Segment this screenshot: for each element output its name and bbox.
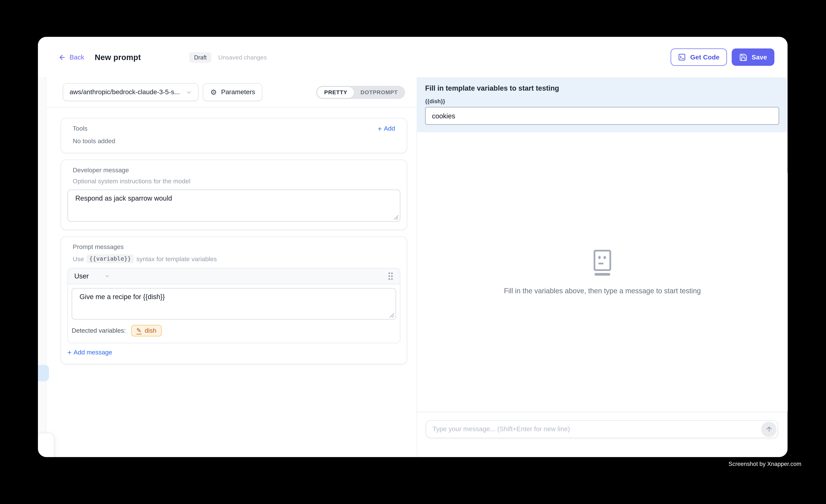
tools-label: Tools [73,125,87,132]
sidebar-popup-fragment [38,433,54,457]
drag-handle-icon[interactable] [388,272,394,281]
message-block: User G [67,268,400,343]
message-body: Give me a recipe for {{dish}} [68,284,400,320]
message-header: User [68,268,400,284]
add-message-label: Add message [74,349,112,356]
chevron-down-icon [186,89,192,95]
message-textarea[interactable]: Give me a recipe for {{dish}} [72,288,396,320]
header-actions: Get Code Save [671,48,774,66]
variable-syntax-chip: {{variable}} [86,254,134,263]
role-value: User [74,272,89,280]
tools-empty-text: No tools added [73,137,395,145]
parameters-label: Parameters [221,88,255,96]
page-title: New prompt [95,53,141,62]
watermark-text: Screenshot by Xnapper.com [728,461,802,467]
save-button[interactable]: Save [731,48,774,66]
chat-empty-state: Fill in the variables above, then type a… [417,132,787,412]
toggle-pretty[interactable]: PRETTY [317,87,354,98]
variable-value-input[interactable] [425,107,779,125]
add-message-button[interactable]: + Add message [67,349,400,356]
chevron-down-icon [105,273,110,279]
chat-input-area [417,412,787,457]
developer-message-label: Developer message [73,167,395,174]
test-panel: Fill in template variables to start test… [417,77,787,457]
template-variables-section: Fill in template variables to start test… [417,77,787,132]
detected-variables-label: Detected variables: [72,327,126,334]
model-selector-value: aws/anthropic/bedrock-claude-3-5-s... [69,88,180,96]
stage: Back New prompt Draft Unsaved changes Ge… [0,0,826,504]
save-icon [739,53,747,61]
prompt-messages-label: Prompt messages [73,243,395,251]
plus-icon: + [67,349,71,356]
hint-suffix: syntax for template variables [136,255,217,262]
empty-state-text: Fill in the variables above, then type a… [504,287,701,295]
add-tool-label: Add [384,125,395,132]
terminal-icon [678,53,686,61]
prompt-messages-hint: Use {{variable}} syntax for template var… [73,254,395,263]
detected-variables-row: Detected variables: ✎ dish [68,320,400,342]
bot-face-icon [592,249,613,276]
app-window: Back New prompt Draft Unsaved changes Ge… [38,37,787,457]
hint-prefix: Use [73,255,84,262]
plus-icon: + [378,125,381,132]
variable-badge-dish[interactable]: ✎ dish [131,325,162,336]
add-tool-button[interactable]: + Add [378,125,395,132]
pencil-icon: ✎ [136,327,141,334]
resize-grip-icon[interactable] [389,313,395,318]
developer-message-card: Developer message Optional system instru… [61,160,407,230]
arrow-up-icon [765,425,772,433]
arrow-left-icon [58,54,66,61]
save-label: Save [752,54,767,61]
back-label: Back [69,54,84,61]
developer-message-textarea[interactable]: Respond as jack sparrow would [67,190,400,222]
view-mode-toggle: PRETTY DOTPROMPT [316,85,405,99]
variable-badge-label: dish [145,327,156,334]
editor-content: Tools + Add No tools added [46,107,417,457]
header: Back New prompt Draft Unsaved changes Ge… [38,37,787,77]
window-body: aws/anthropic/bedrock-claude-3-5-s... ⚙︎… [38,77,787,457]
unsaved-changes-text: Unsaved changes [218,54,267,60]
send-button[interactable] [761,422,776,437]
chat-message-input[interactable] [426,420,778,438]
get-code-label: Get Code [690,54,719,61]
resize-grip-icon[interactable] [394,215,399,220]
gear-icon: ⚙︎ [210,88,217,96]
back-button[interactable]: Back [58,54,84,61]
get-code-button[interactable]: Get Code [671,48,727,66]
status-badge: Draft [189,52,212,62]
template-variables-title: Fill in template variables to start test… [425,84,779,92]
developer-message-subtitle: Optional system instructions for the mod… [73,178,395,185]
prompt-messages-card: Prompt messages Use {{variable}} syntax … [61,237,407,364]
tools-card: Tools + Add No tools added [61,118,407,153]
role-selector[interactable]: User [74,272,110,280]
variable-name-label: {{dish}} [425,98,779,104]
parameters-button[interactable]: ⚙︎ Parameters [203,83,262,101]
model-selector[interactable]: aws/anthropic/bedrock-claude-3-5-s... [63,83,198,101]
prompt-editor-panel: aws/anthropic/bedrock-claude-3-5-s... ⚙︎… [46,77,417,457]
sidebar-highlight-chip[interactable] [38,365,49,381]
toggle-dotprompt[interactable]: DOTPROMPT [354,87,404,98]
editor-toolbar: aws/anthropic/bedrock-claude-3-5-s... ⚙︎… [46,77,417,107]
collapsed-sidebar [38,77,46,457]
